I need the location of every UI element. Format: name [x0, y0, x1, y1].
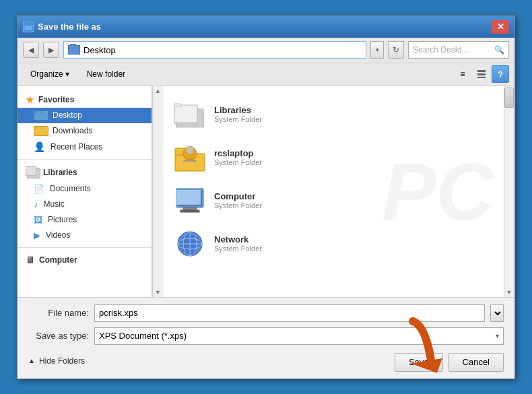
savetype-label: Save as type:	[28, 331, 89, 341]
music-icon: ♪	[34, 199, 38, 209]
list-view-icon	[477, 69, 486, 79]
sidebar-item-documents[interactable]: 📄 Documents	[18, 181, 152, 197]
libraries-file-icon	[174, 98, 206, 131]
search-icon: 🔍	[494, 45, 504, 55]
desktop-folder-icon	[34, 110, 47, 121]
sidebar-scrollbar[interactable]: ▲ ▼	[152, 86, 163, 297]
forward-button[interactable]: ▶	[43, 42, 59, 58]
network-desc: System Folder	[214, 244, 262, 253]
computer-desc: System Folder	[214, 201, 262, 209]
dialog-title: Save the file as	[38, 22, 492, 32]
music-label: Music	[44, 199, 65, 209]
file-list-scrollbar[interactable]: ▲ ▼	[504, 86, 514, 297]
computer-section[interactable]: 🖥 Computer	[18, 252, 152, 268]
cancel-button[interactable]: Cancel	[448, 353, 504, 372]
refresh-button[interactable]: ↻	[388, 41, 404, 59]
new-folder-button[interactable]: New folder	[79, 65, 133, 83]
hide-folders[interactable]: ▲ Hide Folders	[28, 356, 85, 366]
computer-file-icon	[174, 185, 206, 217]
pictures-icon: 🖼	[34, 215, 42, 225]
computer-label: Computer	[39, 255, 77, 265]
bottom-section: File name: Save as type: XPS Document (*…	[18, 297, 514, 379]
favorites-star-icon: ★	[26, 94, 34, 105]
svg-rect-16	[176, 190, 201, 205]
organize-arrow: ▾	[65, 69, 69, 79]
new-folder-label: New folder	[87, 69, 125, 79]
pictures-label: Pictures	[48, 215, 77, 224]
computer-icon: 🖥	[26, 255, 35, 265]
svg-rect-8	[174, 105, 197, 123]
computer-info: Computer System Folder	[214, 191, 262, 209]
organize-button[interactable]: Organize ▾	[23, 65, 77, 83]
network-info: Network System Folder	[214, 234, 262, 253]
save-dialog: Save the file as ✕ ◀ ▶ Desktop ▾ ↻ Searc…	[17, 15, 515, 379]
svg-rect-9	[174, 104, 181, 106]
search-box[interactable]: Search Deskt... 🔍	[408, 41, 509, 59]
file-scroll-down[interactable]: ▼	[504, 288, 514, 297]
scroll-down-btn[interactable]: ▼	[154, 288, 163, 297]
file-list: PC Libraries System Folder	[163, 86, 514, 297]
videos-label: Videos	[46, 230, 70, 240]
rcslaptop-file-icon	[174, 141, 206, 174]
scrollbar-thumb[interactable]	[504, 88, 514, 108]
libraries-section[interactable]: Libraries	[18, 164, 152, 181]
recent-places-label: Recent Places	[51, 142, 102, 152]
network-name: Network	[214, 234, 262, 244]
address-field[interactable]: Desktop	[63, 41, 366, 59]
dialog-icon	[23, 22, 34, 32]
file-item-rcslaptop[interactable]: rcslaptop System Folder	[170, 136, 508, 179]
favorites-section[interactable]: ★ Favorites	[18, 92, 152, 108]
svg-rect-18	[180, 210, 199, 212]
toolbar: Organize ▾ New folder ≡ ?	[18, 63, 514, 86]
sidebar-item-recent-places[interactable]: 👤 Recent Places	[18, 139, 152, 155]
documents-label: Documents	[50, 184, 91, 193]
sidebar-item-desktop[interactable]: Desktop	[18, 108, 152, 123]
recent-places-icon: 👤	[34, 141, 45, 152]
help-button[interactable]: ?	[492, 65, 509, 83]
filename-dropdown[interactable]	[490, 304, 504, 322]
main-content: ★ Favorites Desktop Downloads 👤 Recent P…	[18, 86, 514, 297]
address-dropdown[interactable]: ▾	[370, 41, 384, 59]
videos-icon: ▶	[34, 230, 40, 240]
view-button-2[interactable]	[473, 65, 490, 83]
sidebar: ★ Favorites Desktop Downloads 👤 Recent P…	[18, 86, 152, 297]
savetype-arrow: ▾	[496, 332, 499, 339]
address-bar: ◀ ▶ Desktop ▾ ↻ Search Deskt... 🔍	[18, 38, 514, 63]
sidebar-item-pictures[interactable]: 🖼 Pictures	[18, 212, 152, 228]
libraries-icon	[26, 166, 39, 178]
address-folder-icon	[68, 45, 80, 55]
file-item-libraries[interactable]: Libraries System Folder	[170, 93, 508, 136]
svg-rect-1	[24, 24, 32, 26]
close-button[interactable]: ✕	[492, 20, 509, 34]
hide-folders-arrow: ▲	[28, 357, 35, 364]
rcslaptop-name: rcslaptop	[214, 148, 262, 158]
libraries-desc: System Folder	[214, 115, 262, 123]
sidebar-item-videos[interactable]: ▶ Videos	[18, 228, 152, 243]
scroll-up-btn[interactable]: ▲	[154, 86, 163, 96]
file-item-computer[interactable]: Computer System Folder	[170, 179, 508, 222]
downloads-folder-icon	[34, 126, 47, 136]
svg-rect-17	[183, 207, 197, 210]
svg-rect-2	[477, 70, 486, 72]
computer-name: Computer	[214, 191, 262, 201]
desktop-label: Desktop	[53, 110, 82, 120]
hide-folders-label: Hide Folders	[39, 356, 85, 366]
libraries-name: Libraries	[214, 105, 262, 115]
downloads-label: Downloads	[53, 126, 92, 135]
documents-icon: 📄	[34, 184, 44, 194]
savetype-value: XPS Document (*.xps)	[99, 331, 187, 341]
back-button[interactable]: ◀	[23, 42, 39, 58]
sidebar-item-downloads[interactable]: Downloads	[18, 123, 152, 139]
svg-rect-3	[477, 73, 486, 75]
title-bar: Save the file as ✕	[18, 16, 514, 38]
filename-row: File name:	[28, 304, 504, 322]
organize-label: Organize	[30, 69, 63, 79]
view-icons: ≡ ?	[454, 65, 509, 83]
view-button-1[interactable]: ≡	[454, 65, 471, 83]
rcslaptop-desc: System Folder	[214, 158, 262, 166]
file-item-network[interactable]: Network System Folder	[170, 222, 508, 265]
sidebar-item-music[interactable]: ♪ Music	[18, 197, 152, 212]
rcslaptop-info: rcslaptop System Folder	[214, 148, 262, 166]
libraries-info: Libraries System Folder	[214, 105, 262, 123]
filename-label: File name:	[28, 308, 89, 318]
